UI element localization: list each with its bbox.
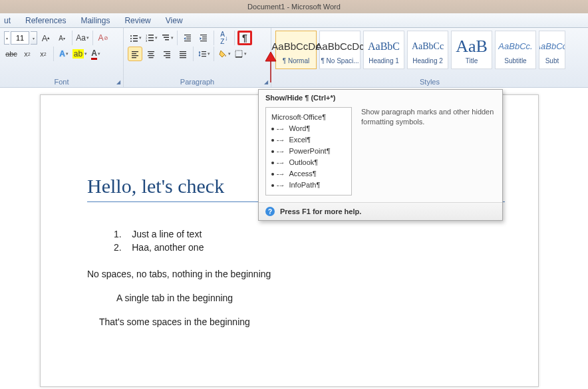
svg-point-4: [130, 41, 132, 42]
svg-rect-22: [200, 41, 207, 41]
svg-rect-44: [235, 57, 242, 58]
window-title: Document1 - Microsoft Word: [247, 3, 341, 11]
svg-rect-41: [202, 54, 206, 55]
increase-indent-button[interactable]: [196, 31, 211, 45]
preview-line: -→ InfoPath¶: [271, 180, 346, 191]
svg-rect-18: [184, 41, 191, 41]
svg-rect-23: [132, 51, 138, 52]
svg-rect-19: [200, 35, 207, 35]
align-right-button[interactable]: [160, 47, 174, 61]
svg-rect-28: [149, 53, 154, 54]
tab-view[interactable]: View: [166, 16, 183, 25]
decrease-indent-button[interactable]: [180, 31, 195, 45]
shrink-font-button[interactable]: A▾: [55, 31, 69, 45]
svg-rect-27: [148, 51, 154, 52]
svg-rect-13: [164, 37, 169, 39]
font-group-label: Font: [0, 78, 123, 86]
multilevel-button[interactable]: ▾: [160, 31, 174, 45]
preview-line: -→ Outlook¶: [271, 157, 346, 168]
svg-rect-15: [184, 35, 191, 35]
svg-rect-24: [132, 53, 136, 54]
show-hide-button[interactable]: ¶: [237, 31, 252, 45]
tab-layout-partial[interactable]: ut: [4, 16, 11, 25]
svg-rect-21: [202, 39, 207, 39]
font-name-arrow[interactable]: ▾: [4, 31, 9, 45]
style-subtle-emph[interactable]: AaBbCc. Subt: [539, 31, 565, 69]
svg-rect-34: [166, 57, 170, 58]
group-paragraph: ▾ 123▾ ▾ AZ↓ ¶ ▾ ▾ ▾: [124, 28, 271, 87]
list-item: 2. Haa, another one: [114, 242, 505, 253]
svg-rect-36: [180, 53, 186, 54]
svg-rect-39: [199, 52, 200, 56]
style-no-spacing[interactable]: AaBbCcDc ¶ No Spaci...: [319, 31, 361, 69]
tab-review[interactable]: Review: [124, 16, 150, 25]
tab-references[interactable]: References: [25, 16, 66, 25]
doc-paragraph: A single tab in the beginning: [116, 293, 505, 303]
doc-body: 1. Just a line of text 2. Haa, another o…: [87, 229, 505, 327]
clear-formatting-button[interactable]: A⊘: [96, 31, 110, 45]
svg-rect-26: [132, 57, 136, 58]
svg-rect-7: [148, 35, 154, 36]
align-center-button[interactable]: [144, 47, 158, 61]
change-case-button[interactable]: Aa▾: [75, 31, 90, 45]
svg-rect-30: [149, 57, 154, 58]
svg-rect-42: [202, 56, 206, 57]
svg-rect-43: [235, 51, 242, 57]
sort-button[interactable]: AZ↓: [217, 31, 231, 45]
tooltip-preview: Microsoft·Office¶ -→ Word¶ -→ Excel¶ -→ …: [265, 107, 352, 195]
svg-rect-1: [133, 35, 138, 37]
style-title[interactable]: AaB Title: [451, 31, 492, 69]
svg-rect-32: [166, 53, 170, 54]
svg-rect-5: [133, 41, 138, 42]
font-dialog-launcher-icon[interactable]: ◢: [116, 79, 120, 85]
svg-rect-31: [164, 51, 170, 52]
svg-rect-14: [165, 39, 169, 41]
style-normal[interactable]: AaBbCcDc ¶ Normal: [275, 31, 317, 69]
svg-rect-9: [148, 37, 154, 39]
style-heading1[interactable]: AaBbC Heading 1: [363, 31, 404, 69]
svg-rect-33: [164, 55, 170, 56]
svg-rect-12: [162, 35, 169, 36]
svg-rect-35: [180, 51, 186, 52]
highlight-button[interactable]: ab▾: [73, 47, 87, 61]
titlebar: Document1 - Microsoft Word: [0, 0, 588, 13]
line-spacing-button[interactable]: ▾: [196, 47, 211, 61]
paragraph-group-label: Paragraph: [124, 78, 271, 86]
preview-line: -→ Excel¶: [271, 134, 346, 146]
bullets-button[interactable]: ▾: [128, 31, 142, 45]
strikethrough-button[interactable]: abc: [4, 47, 19, 61]
font-color-button[interactable]: A▾: [88, 47, 103, 61]
superscript-button[interactable]: x2: [36, 47, 51, 61]
text-effects-button[interactable]: A▾: [57, 47, 71, 61]
numbering-button[interactable]: 123▾: [144, 31, 158, 45]
subscript-button[interactable]: x2: [20, 47, 35, 61]
help-icon: ?: [265, 207, 275, 216]
style-heading2[interactable]: AaBbCc Heading 2: [407, 31, 448, 69]
tooltip-title: Show/Hide ¶ (Ctrl+*): [259, 90, 502, 104]
font-size-arrow[interactable]: ▾: [31, 31, 37, 45]
svg-rect-25: [132, 55, 138, 56]
grow-font-button[interactable]: A▴: [39, 31, 53, 45]
styles-group-label: Styles: [271, 78, 588, 86]
group-styles: AaBbCcDc ¶ Normal AaBbCcDc ¶ No Spaci...…: [271, 28, 588, 87]
doc-paragraph: That's some spaces in the beginning: [99, 317, 505, 327]
show-hide-tooltip: Show/Hide ¶ (Ctrl+*) Microsoft·Office¶ -…: [258, 89, 503, 221]
font-size-input[interactable]: 11: [11, 31, 29, 45]
preview-line: -→ Word¶: [271, 123, 346, 134]
tooltip-footer: ? Press F1 for more help.: [259, 202, 502, 220]
style-subtitle[interactable]: AaBbCc. Subtitle: [495, 31, 536, 69]
shading-button[interactable]: ▾: [217, 47, 231, 61]
borders-button[interactable]: ▾: [233, 47, 247, 61]
tab-mailings[interactable]: Mailings: [80, 16, 110, 25]
doc-paragraph: No spaces, no tabs, nothing in the begin…: [87, 269, 505, 279]
ribbon: ▾ 11 ▾ A▴ A▾ Aa▾ A⊘ abc x2 x2 A▾ ab▾ A▾ …: [0, 28, 588, 88]
svg-rect-17: [186, 39, 191, 39]
svg-rect-20: [202, 37, 207, 37]
svg-rect-16: [186, 37, 191, 37]
group-font: ▾ 11 ▾ A▴ A▾ Aa▾ A⊘ abc x2 x2 A▾ ab▾ A▾ …: [0, 28, 124, 87]
align-left-button[interactable]: [128, 47, 142, 61]
justify-button[interactable]: [176, 47, 190, 61]
svg-point-0: [130, 35, 132, 37]
list-item: 1. Just a line of text: [114, 229, 505, 239]
tooltip-description: Show paragraph marks and other hidden fo…: [361, 107, 496, 195]
